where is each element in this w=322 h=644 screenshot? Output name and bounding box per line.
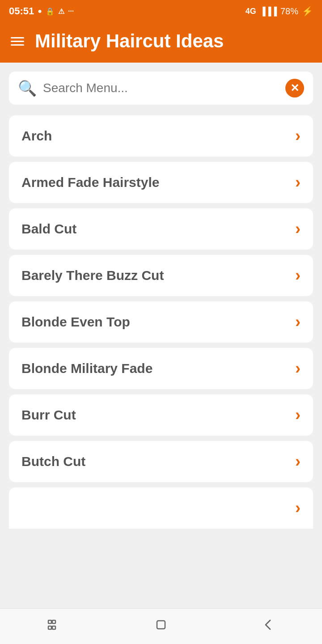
app-header: Military Haircut Ideas	[0, 22, 322, 63]
chevron-right-icon: ›	[295, 128, 301, 144]
menu-list: Arch › Armed Fade Hairstyle › Bald Cut ›…	[9, 115, 313, 529]
menu-item-barely-there[interactable]: Barely There Buzz Cut ›	[9, 255, 313, 296]
search-bar: 🔍 ✕	[9, 72, 313, 105]
back-icon	[261, 618, 275, 635]
status-icon-lock: 🔒	[46, 7, 55, 16]
menu-item-arch[interactable]: Arch ›	[9, 115, 313, 157]
status-icon-more: ···	[68, 7, 74, 15]
status-icon-warning: ⚠	[58, 7, 64, 16]
recent-apps-icon	[47, 618, 61, 635]
menu-item-label: Armed Fade Hairstyle	[21, 175, 159, 190]
menu-item-partial[interactable]: ›	[9, 487, 313, 529]
status-time: 05:51	[9, 5, 34, 17]
page-title: Military Haircut Ideas	[35, 30, 224, 52]
menu-item-label: Blonde Even Top	[21, 314, 130, 330]
menu-item-label: Blonde Military Fade	[21, 361, 153, 376]
menu-item-blonde-even-top[interactable]: Blonde Even Top ›	[9, 301, 313, 343]
svg-rect-3	[52, 626, 55, 629]
main-content: 🔍 ✕ Arch › Armed Fade Hairstyle › Bald C…	[0, 63, 322, 608]
close-icon: ✕	[290, 82, 299, 94]
chevron-right-icon: ›	[295, 360, 301, 377]
status-bar-right: 4G ▐▐▐ 78% ⚡	[246, 6, 313, 17]
menu-item-butch-cut[interactable]: Butch Cut ›	[9, 441, 313, 482]
signal-bars-icon: ▐▐▐	[260, 7, 277, 16]
svg-rect-4	[157, 621, 165, 629]
chevron-right-icon: ›	[295, 221, 301, 237]
menu-item-label: Butch Cut	[21, 454, 85, 469]
menu-item-armed-fade[interactable]: Armed Fade Hairstyle ›	[9, 162, 313, 203]
nav-back-button[interactable]	[215, 609, 322, 644]
nav-recent-button[interactable]	[0, 609, 107, 644]
chevron-right-icon: ›	[295, 314, 301, 330]
menu-item-bald-cut[interactable]: Bald Cut ›	[9, 208, 313, 250]
menu-item-label: Arch	[21, 128, 52, 144]
search-clear-button[interactable]: ✕	[285, 79, 304, 97]
status-icon-dot: ●	[38, 7, 42, 15]
menu-item-label: Bald Cut	[21, 221, 76, 237]
battery-percent: 78%	[280, 6, 298, 17]
chevron-right-icon: ›	[295, 453, 301, 470]
chevron-right-icon: ›	[295, 407, 301, 423]
svg-rect-2	[48, 626, 51, 629]
status-bar-left: 05:51 ● 🔒 ⚠ ···	[9, 5, 74, 17]
nav-home-button[interactable]	[107, 609, 215, 644]
chevron-right-icon: ›	[295, 174, 301, 191]
svg-rect-0	[48, 620, 51, 623]
status-bar: 05:51 ● 🔒 ⚠ ··· 4G ▐▐▐ 78% ⚡	[0, 0, 322, 22]
svg-rect-1	[52, 620, 55, 623]
hamburger-menu-icon[interactable]	[11, 37, 24, 46]
menu-item-burr-cut[interactable]: Burr Cut ›	[9, 394, 313, 436]
menu-item-label: Burr Cut	[21, 407, 76, 423]
search-icon: 🔍	[18, 80, 37, 96]
network-type-icon: 4G	[246, 7, 256, 16]
search-input[interactable]	[43, 81, 279, 95]
chevron-right-icon: ›	[295, 267, 301, 284]
home-icon	[153, 617, 169, 636]
bottom-nav-bar	[0, 608, 322, 644]
menu-item-blonde-military-fade[interactable]: Blonde Military Fade ›	[9, 348, 313, 389]
chevron-right-icon: ›	[295, 500, 301, 516]
battery-icon: ⚡	[302, 6, 313, 17]
menu-item-label: Barely There Buzz Cut	[21, 268, 164, 283]
